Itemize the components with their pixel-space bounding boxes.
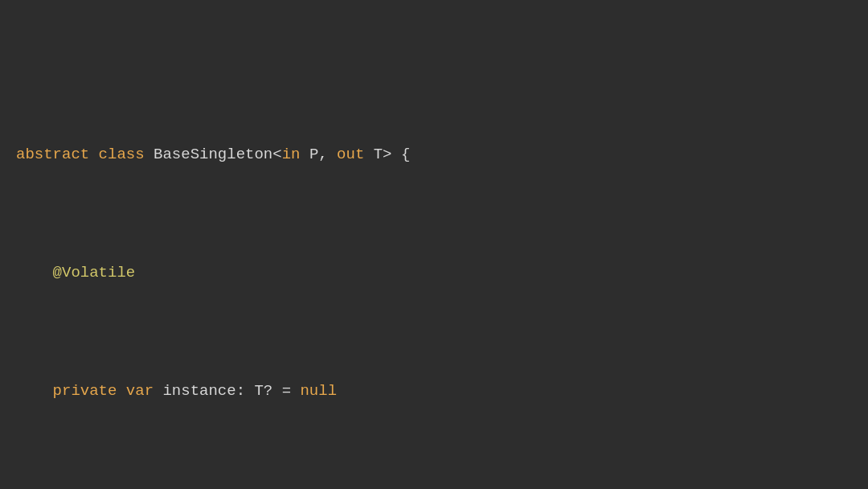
code-line-3: private var instance: T? = null bbox=[16, 380, 852, 403]
code-editor: abstract class BaseSingleton<in P, out T… bbox=[0, 0, 868, 489]
code-content: abstract class BaseSingleton<in P, out T… bbox=[16, 48, 852, 489]
code-line-2: @Volatile bbox=[16, 261, 852, 285]
code-line-1: abstract class BaseSingleton<in P, out T… bbox=[16, 143, 852, 166]
